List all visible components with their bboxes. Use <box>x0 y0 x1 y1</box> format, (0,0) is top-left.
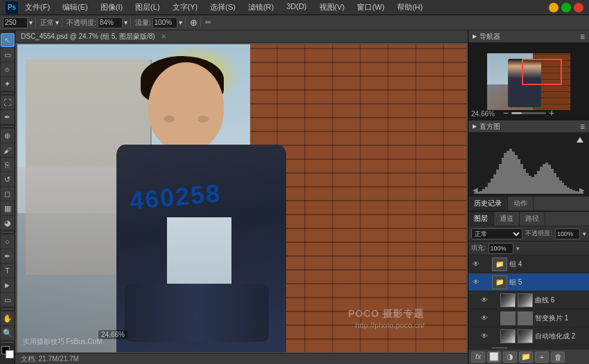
mode-dropdown-icon[interactable]: ▾ <box>55 19 59 26</box>
history-brush-tool[interactable]: ↺ <box>1 172 15 186</box>
opacity-arrow-icon[interactable]: ▾ <box>124 19 128 26</box>
airbrush-icon[interactable]: ⊕ <box>190 17 197 28</box>
menu-filter[interactable]: 滤镜(R) <box>245 1 276 14</box>
gradient-tool[interactable]: ▦ <box>1 201 15 215</box>
menu-help[interactable]: 帮助(H) <box>394 1 425 14</box>
brush-size-arrow-icon: ▾ <box>29 19 33 26</box>
canvas-content[interactable]: 460258 POCO 摄影专题 http://photo.poco.cn/ 实… <box>15 43 468 353</box>
color-swatches[interactable] <box>1 346 14 358</box>
navigator-menu-icon[interactable]: ≡ <box>580 32 585 42</box>
layer-visibility-icon[interactable]: 👁 <box>471 277 481 287</box>
canvas-tab[interactable]: DSC_4554.psd @ 24.7% (组 5, 图层蒙版/8) ✕ <box>15 30 468 43</box>
tab-paths[interactable]: 路径 <box>520 212 545 226</box>
histogram-right-arrow[interactable]: ▶ <box>579 186 585 194</box>
flow-group: 流量: ▾ <box>135 17 186 28</box>
lasso-tool[interactable]: ⌾ <box>1 62 15 76</box>
watermark-bottom: 实用摄影技巧 FsBus.CoM <box>23 337 103 347</box>
layer-visibility-icon[interactable]: 👁 <box>471 260 481 269</box>
menu-layer[interactable]: 图层(L) <box>132 1 162 14</box>
right-panel: ▶ 导航器 ≡ − + 24.6 <box>468 30 589 364</box>
photo-scene <box>17 44 466 352</box>
layer-fx-button[interactable]: fx <box>471 352 485 363</box>
histogram-header[interactable]: ▶ 直方图 ≡ <box>468 120 589 133</box>
brush-tool[interactable]: 🖌 <box>1 143 15 157</box>
eyedropper-tool[interactable]: ✒ <box>1 110 15 124</box>
eraser-tool[interactable]: ◻ <box>1 187 15 201</box>
nav-zoom-slider[interactable] <box>511 112 546 114</box>
magic-wand-tool[interactable]: ✦ <box>1 77 15 91</box>
histogram-menu-icon[interactable]: ≡ <box>580 122 585 131</box>
nav-zoom-out-icon[interactable]: − <box>503 108 509 118</box>
canvas-zoom-label: 24.66% <box>98 330 128 339</box>
tools-panel: ↖ ▭ ⌾ ✦ ⛶ ✒ ⊕ 🖌 ⎘ ↺ ◻ ▦ ◕ ○ ✒ T ► ▭ ✋ 🔍 <box>0 30 15 364</box>
tab-layers[interactable]: 图层 <box>468 212 494 226</box>
layer-new-button[interactable]: + <box>535 352 549 363</box>
layer-adjustment-button[interactable]: ◑ <box>503 352 517 363</box>
crop-tool[interactable]: ⛶ <box>1 95 15 109</box>
menu-file[interactable]: 文件(F) <box>22 1 53 14</box>
menu-type[interactable]: 文字(Y) <box>170 1 201 14</box>
clone-stamp-tool[interactable]: ⎘ <box>1 158 15 172</box>
menu-bar[interactable]: 文件(F) 编辑(E) 图像(I) 图层(L) 文字(Y) 选择(S) 滤镜(R… <box>22 1 425 14</box>
histogram-left-arrow[interactable]: ◀ <box>473 186 478 194</box>
flow-input[interactable] <box>152 17 177 28</box>
opacity-label: 不透明度: <box>67 18 96 28</box>
layer-mask-thumb <box>518 293 533 307</box>
tool-divider-1 <box>1 93 14 93</box>
dodge-tool[interactable]: ○ <box>1 235 15 248</box>
layers-list[interactable]: 👁 📁 组 4 👁 📁 组 5 👁 曲线 6 👁 智变换片 1 👁 自动地化成 … <box>468 255 589 349</box>
tab-channels[interactable]: 通道 <box>494 212 520 226</box>
opacity-dropdown-icon[interactable]: ▾ <box>583 230 586 237</box>
fill-dropdown-icon[interactable]: ▾ <box>516 245 520 252</box>
layer-delete-button[interactable]: 🗑 <box>551 352 565 363</box>
flow-arrow-icon[interactable]: ▾ <box>179 19 182 26</box>
pen-tool[interactable]: ✒ <box>1 249 15 263</box>
pen-pressure-icon[interactable]: ✏ <box>205 18 211 27</box>
layer-item[interactable]: 👁 智变换片 1 <box>468 309 589 327</box>
layer-name: 自动地化成 2 <box>535 331 586 341</box>
blend-mode-select[interactable]: 正常 <box>471 228 522 239</box>
minimize-button[interactable] <box>549 3 559 12</box>
main-area: ↖ ▭ ⌾ ✦ ⛶ ✒ ⊕ 🖌 ⎘ ↺ ◻ ▦ ◕ ○ ✒ T ► ▭ ✋ 🔍 … <box>0 30 589 364</box>
menu-select[interactable]: 选择(S) <box>207 1 238 14</box>
layer-visibility-icon[interactable]: 👁 <box>480 331 489 341</box>
brush-size-input[interactable] <box>3 17 28 28</box>
move-tool[interactable]: ↖ <box>1 33 15 47</box>
marquee-tool[interactable]: ▭ <box>1 48 15 62</box>
opacity-input[interactable] <box>98 17 123 28</box>
layer-visibility-icon[interactable]: 👁 <box>480 295 489 305</box>
tab-actions[interactable]: 动作 <box>508 197 534 210</box>
menu-view[interactable]: 视图(V) <box>317 1 348 14</box>
airbrush-group: ⊕ <box>190 17 201 28</box>
layer-visibility-icon[interactable]: 👁 <box>480 313 489 323</box>
menu-window[interactable]: 窗口(W) <box>354 1 387 14</box>
histogram-collapse-icon: ▶ <box>473 123 477 129</box>
healing-tool[interactable]: ⊕ <box>1 129 15 143</box>
close-button[interactable] <box>574 3 583 12</box>
menu-edit[interactable]: 编辑(E) <box>60 1 91 14</box>
blur-tool[interactable]: ◕ <box>1 216 15 230</box>
fill-input[interactable] <box>489 243 513 254</box>
layer-mask-button[interactable]: ⬜ <box>487 352 501 363</box>
maximize-button[interactable] <box>561 3 571 12</box>
hand-tool[interactable]: ✋ <box>1 311 15 325</box>
navigator-header[interactable]: ▶ 导航器 ≡ <box>468 30 589 43</box>
nav-zoom-in-icon[interactable]: + <box>549 108 554 118</box>
tool-divider-3 <box>1 232 14 233</box>
text-tool[interactable]: T <box>1 264 15 277</box>
shape-tool[interactable]: ▭ <box>1 293 15 307</box>
tab-history[interactable]: 历史记录 <box>468 197 508 210</box>
canvas-tab-label: DSC_4554.psd @ 24.7% (组 5, 图层蒙版/8) <box>21 32 155 42</box>
layer-group-button[interactable]: 📁 <box>519 352 533 363</box>
brush-tool-group: ▾ <box>3 17 36 28</box>
layer-item[interactable]: 👁 📁 组 4 <box>468 255 589 273</box>
layer-item[interactable]: 👁 📁 组 5 <box>468 273 589 291</box>
path-select-tool[interactable]: ► <box>1 278 15 292</box>
canvas-tab-close[interactable]: ✕ <box>161 33 166 40</box>
menu-image[interactable]: 图像(I) <box>98 1 125 14</box>
layer-item[interactable]: 👁 曲线 6 <box>468 291 589 309</box>
layer-item[interactable]: 👁 自动地化成 2 <box>468 327 589 345</box>
opacity-input-layers[interactable] <box>555 228 580 239</box>
zoom-tool[interactable]: 🔍 <box>1 326 15 340</box>
menu-3d[interactable]: 3D(D) <box>283 1 309 14</box>
